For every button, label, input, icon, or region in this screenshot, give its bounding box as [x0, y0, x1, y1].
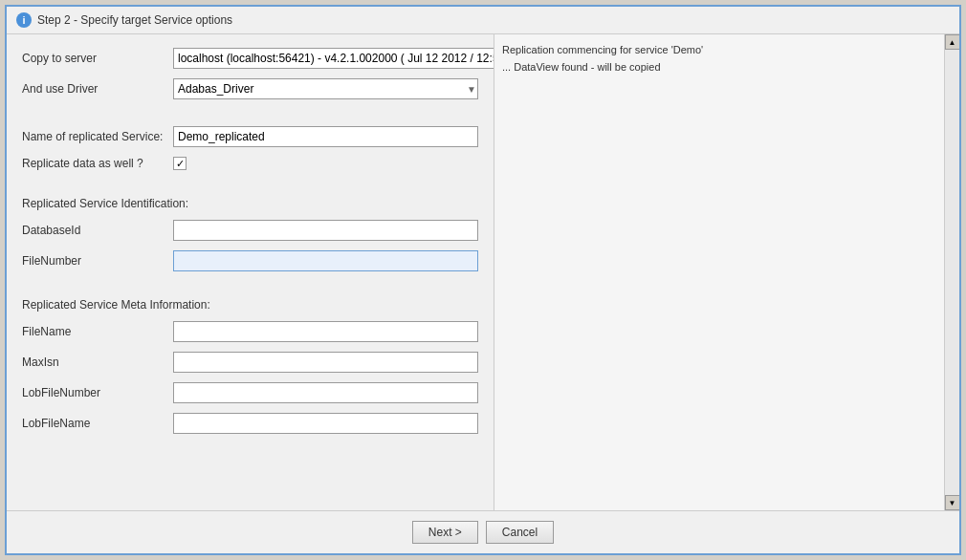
max-isn-input[interactable] — [173, 352, 478, 373]
database-id-row: DatabaseId — [22, 220, 478, 241]
right-scrollbar: ▲ ▼ — [944, 34, 959, 510]
replicate-data-row: Replicate data as well ? ✓ — [22, 157, 478, 170]
scroll-up-arrow[interactable]: ▲ — [945, 34, 960, 50]
max-isn-row: MaxIsn — [22, 352, 478, 373]
replicate-data-checkbox[interactable]: ✓ — [173, 157, 187, 170]
file-number-label: FileNumber — [22, 254, 165, 268]
main-dialog: i Step 2 - Specify target Service option… — [5, 5, 961, 555]
name-of-replicated-service-label: Name of replicated Service: — [22, 130, 165, 143]
left-panel: Copy to server localhost (localhost:5642… — [7, 34, 494, 510]
name-of-replicated-service-row: Name of replicated Service: — [22, 126, 478, 147]
replicated-service-id-section: Replicated Service Identification: — [22, 197, 478, 210]
and-use-driver-label: And use Driver — [22, 82, 165, 96]
replicate-data-label: Replicate data as well ? — [22, 157, 165, 170]
next-button[interactable]: Next > — [412, 521, 478, 544]
and-use-driver-dropdown[interactable]: Adabas_Driver — [173, 78, 478, 99]
log-line-2: ... DataView found - will be copied — [502, 59, 936, 76]
name-of-replicated-service-input[interactable] — [173, 126, 478, 147]
copy-to-server-dropdown-wrapper: localhost (localhost:56421) - v4.2.1.002… — [173, 48, 494, 69]
lob-file-name-row: LobFileName — [22, 413, 478, 434]
dialog-body: Copy to server localhost (localhost:5642… — [7, 34, 959, 510]
lob-file-name-input[interactable] — [173, 413, 478, 434]
dialog-footer: Next > Cancel — [7, 510, 959, 553]
lob-file-number-row: LobFileNumber — [22, 382, 478, 403]
file-name-input[interactable] — [173, 321, 478, 342]
title-bar: i Step 2 - Specify target Service option… — [7, 7, 959, 34]
cancel-button[interactable]: Cancel — [486, 521, 554, 544]
file-number-input[interactable] — [173, 250, 478, 271]
info-icon: i — [16, 12, 32, 28]
copy-to-server-dropdown[interactable]: localhost (localhost:56421) - v4.2.1.002… — [173, 48, 494, 69]
lob-file-number-input[interactable] — [173, 382, 478, 403]
and-use-driver-row: And use Driver Adabas_Driver ▼ — [22, 78, 478, 99]
file-number-row: FileNumber — [22, 250, 478, 271]
file-name-row: FileName — [22, 321, 478, 342]
lob-file-number-label: LobFileNumber — [22, 386, 165, 399]
file-name-label: FileName — [22, 325, 165, 338]
database-id-label: DatabaseId — [22, 224, 165, 237]
replicated-service-meta-label: Replicated Service Meta Information: — [22, 298, 210, 312]
copy-to-server-row: Copy to server localhost (localhost:5642… — [22, 48, 478, 69]
and-use-driver-dropdown-wrapper: Adabas_Driver ▼ — [173, 78, 478, 99]
max-isn-label: MaxIsn — [22, 355, 165, 369]
replicated-service-meta-section: Replicated Service Meta Information: — [22, 298, 478, 312]
log-content: Replication commencing for service 'Demo… — [502, 42, 936, 75]
replicated-service-id-label: Replicated Service Identification: — [22, 197, 188, 210]
log-line-1: Replication commencing for service 'Demo… — [502, 42, 936, 59]
copy-to-server-label: Copy to server — [22, 52, 165, 65]
right-panel: Replication commencing for service 'Demo… — [494, 34, 959, 510]
replicate-data-checkbox-wrapper: ✓ — [173, 157, 187, 170]
database-id-input[interactable] — [173, 220, 478, 241]
lob-file-name-label: LobFileName — [22, 417, 165, 430]
scroll-down-arrow[interactable]: ▼ — [945, 495, 960, 510]
dialog-title: Step 2 - Specify target Service options — [37, 13, 232, 27]
